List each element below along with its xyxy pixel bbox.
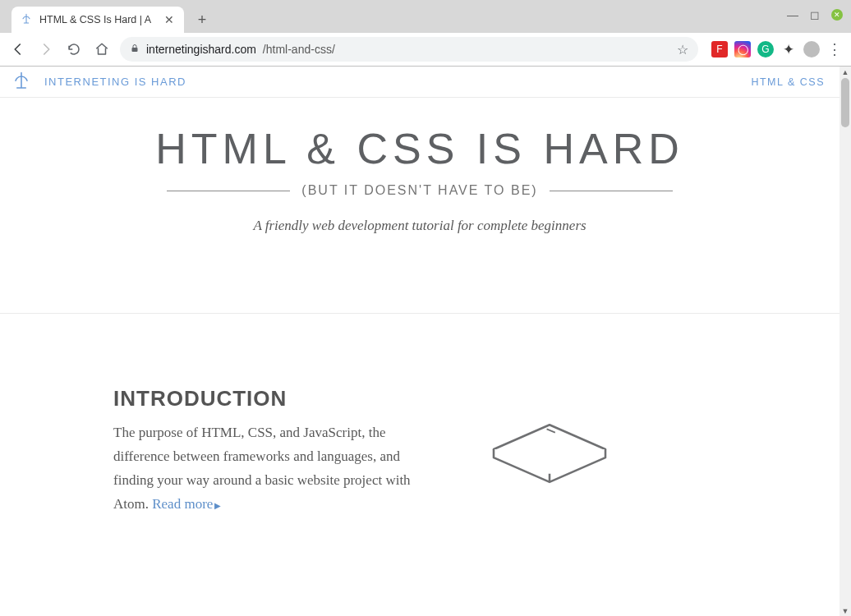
hero-title: HTML & CSS IS HARD xyxy=(0,124,840,173)
tab-close-icon[interactable]: ✕ xyxy=(163,13,176,26)
extension-grammarly-icon[interactable]: G xyxy=(757,41,774,57)
scrollbar-thumb[interactable] xyxy=(841,78,849,127)
intro-section: INTRODUCTION The purpose of HTML, CSS, a… xyxy=(113,314,738,517)
scrollbar[interactable]: ▲ ▼ xyxy=(840,67,851,616)
extension-icons: F ◯ G ✦ ⋮ xyxy=(706,41,843,57)
site-brand[interactable]: INTERNETING IS HARD xyxy=(10,71,186,94)
browser-menu-icon[interactable]: ⋮ xyxy=(826,41,843,57)
window-controls: ― ◻ ✕ xyxy=(787,8,843,21)
address-bar: internetingishard.com/html-and-css/ ☆ F … xyxy=(0,33,851,66)
window-minimize-icon[interactable]: ― xyxy=(787,8,798,21)
hero-subtitle: (BUT IT DOESN'T HAVE TO BE) xyxy=(301,183,537,198)
scrollbar-down-icon[interactable]: ▼ xyxy=(840,605,851,616)
browser-tab[interactable]: HTML & CSS Is Hard | A ✕ xyxy=(12,7,184,33)
rule-left xyxy=(167,191,290,191)
readmore-caret-icon: ▶ xyxy=(214,501,221,510)
new-tab-button[interactable]: + xyxy=(191,8,214,31)
lock-icon xyxy=(130,44,140,56)
intro-readmore-link[interactable]: Read more xyxy=(152,496,213,512)
site-nav-link-html-css[interactable]: HTML & CSS xyxy=(751,76,825,88)
profile-avatar-icon[interactable] xyxy=(803,41,820,57)
site-logo-fleur-icon xyxy=(10,71,33,94)
intro-heading: INTRODUCTION xyxy=(113,386,442,411)
browser-chrome: ― ◻ ✕ HTML & CSS Is Hard | A ✕ + xyxy=(0,0,851,67)
scrollbar-up-icon[interactable]: ▲ xyxy=(840,67,851,78)
hero-subtitle-row: (BUT IT DOESN'T HAVE TO BE) xyxy=(0,183,840,198)
window-close-icon[interactable]: ✕ xyxy=(831,9,843,21)
extensions-menu-icon[interactable]: ✦ xyxy=(780,41,797,57)
tab-title: HTML & CSS Is Hard | A xyxy=(39,14,156,25)
intro-illustration-laptop-icon xyxy=(480,386,619,494)
hero: HTML & CSS IS HARD (BUT IT DOESN'T HAVE … xyxy=(0,98,840,234)
window-maximize-icon[interactable]: ◻ xyxy=(810,8,820,21)
home-button[interactable] xyxy=(92,39,112,59)
url-host: internetingishard.com xyxy=(146,43,256,56)
rule-right xyxy=(550,191,673,191)
hero-tagline: A friendly web development tutorial for … xyxy=(0,218,840,234)
url-path: /html-and-css/ xyxy=(263,43,335,56)
intro-text: INTRODUCTION The purpose of HTML, CSS, a… xyxy=(113,386,442,517)
reload-button[interactable] xyxy=(64,39,84,59)
site-header: INTERNETING IS HARD HTML & CSS xyxy=(0,67,840,98)
favicon-fleur-icon xyxy=(20,13,33,26)
back-button[interactable] xyxy=(8,39,28,59)
omnibox[interactable]: internetingishard.com/html-and-css/ ☆ xyxy=(120,37,698,62)
intro-body: The purpose of HTML, CSS, and JavaScript… xyxy=(113,421,442,517)
extension-instagram-icon[interactable]: ◯ xyxy=(734,41,751,57)
bookmark-star-icon[interactable]: ☆ xyxy=(677,42,688,57)
site-brand-label: INTERNETING IS HARD xyxy=(44,76,186,88)
page-viewport: ▲ ▼ INTERNETING IS HARD HTML & CSS HTML … xyxy=(0,67,851,616)
forward-button[interactable] xyxy=(36,39,56,59)
extension-flipboard-icon[interactable]: F xyxy=(711,41,728,57)
svg-rect-0 xyxy=(132,48,138,52)
tab-bar: HTML & CSS Is Hard | A ✕ + xyxy=(0,0,851,33)
